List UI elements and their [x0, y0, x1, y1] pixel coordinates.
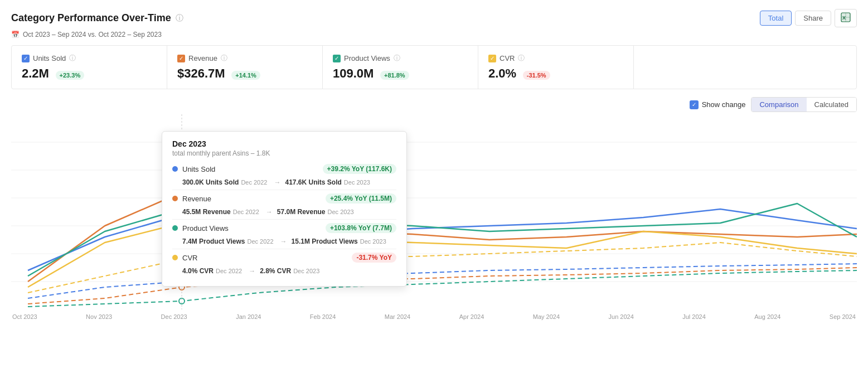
tooltip-arrow-units: → — [274, 178, 280, 186]
tooltip-row-cvr: CVR -31.7% YoY — [172, 253, 396, 263]
chart-controls: ✓ Show change Comparison Calculated — [11, 97, 857, 112]
tooltip-period-new-cvr: Dec 2023 — [293, 268, 319, 274]
tooltip-old-units: 300.0K Units Sold — [182, 178, 239, 186]
excel-button[interactable]: X — [835, 9, 857, 27]
x-label-jun24: Jun 2024 — [609, 313, 634, 320]
tooltip-new-productviews: 15.1M Product Views — [292, 238, 358, 245]
tooltip-arrow-productviews: → — [280, 238, 287, 245]
svg-text:X: X — [842, 15, 846, 21]
tooltip-new-revenue: 57.0M Revenue — [277, 208, 326, 216]
tooltip-divider-2 — [172, 219, 396, 220]
metrics-row: ✓ Units Sold ⓘ 2.2M +23.3% ✓ Revenue ⓘ $… — [11, 45, 857, 89]
page-title: Category Performance Over-Time — [11, 12, 171, 24]
units-sold-label: Units Sold — [33, 54, 66, 62]
show-change-checkbox[interactable]: ✓ — [690, 100, 699, 109]
tooltip-period-new-revenue: Dec 2023 — [328, 209, 354, 215]
view-tabs: Comparison Calculated — [751, 97, 857, 112]
excel-icon: X — [841, 12, 851, 22]
tooltip-metric-cvr: CVR — [182, 254, 249, 262]
tooltip-metric-revenue: Revenue — [182, 195, 249, 203]
units-sold-value: 2.2M — [22, 66, 49, 80]
x-label-jan24: Jan 2024 — [236, 313, 261, 320]
show-change-label: Show change — [702, 100, 746, 109]
tooltip-subtitle: total monthly parent Asins – 1.8K — [172, 149, 396, 157]
cvr-value: 2.0% — [488, 66, 516, 80]
tooltip-metric-productviews: Product Views — [182, 224, 249, 233]
tooltip-dot-cvr — [172, 255, 178, 260]
calendar-icon: 📅 — [11, 31, 20, 38]
metric-card-cvr: ✓ CVR ⓘ 2.0% -31.5% — [478, 46, 634, 89]
tooltip-divider-3 — [172, 249, 396, 249]
info-icon[interactable]: ⓘ — [176, 13, 183, 23]
metric-card-product-views: ✓ Product Views ⓘ 109.0M +81.8% — [323, 46, 478, 89]
revenue-label: Revenue — [188, 54, 217, 62]
x-label-may24: May 2024 — [533, 313, 560, 320]
cvr-badge: -31.5% — [523, 71, 550, 80]
tooltip-title: Dec 2023 — [172, 139, 396, 148]
tooltip-new-cvr: 2.8% CVR — [260, 267, 291, 275]
tooltip-change-cvr: -31.7% YoY — [352, 253, 396, 263]
tooltip-dot-units — [172, 166, 178, 172]
product-views-badge: +81.8% — [380, 71, 409, 80]
share-button[interactable]: Share — [795, 11, 831, 26]
tooltip-period-new-productviews: Dec 2023 — [360, 238, 386, 245]
tooltip-divider-1 — [172, 190, 396, 190]
metric-header-units-sold: ✓ Units Sold ⓘ — [22, 54, 157, 63]
x-label-feb24: Feb 2024 — [310, 313, 336, 320]
page-container: Category Performance Over-Time ⓘ Total S… — [0, 0, 868, 368]
product-views-value: 109.0M — [333, 66, 374, 80]
tooltip-period-old-productviews: Dec 2022 — [247, 238, 273, 245]
cvr-info[interactable]: ⓘ — [518, 54, 525, 63]
product-views-label: Product Views — [344, 54, 390, 62]
product-views-info[interactable]: ⓘ — [394, 54, 400, 63]
metric-card-units-sold: ✓ Units Sold ⓘ 2.2M +23.3% — [12, 46, 167, 89]
revenue-checkbox[interactable]: ✓ — [177, 55, 185, 62]
tab-comparison[interactable]: Comparison — [751, 98, 806, 112]
tooltip-row-revenue: Revenue +25.4% YoY (11.5M) — [172, 193, 396, 204]
tooltip-metric-units: Units Sold — [182, 165, 249, 173]
units-sold-info[interactable]: ⓘ — [69, 54, 76, 63]
total-button[interactable]: Total — [760, 11, 792, 26]
x-label-dec23: Dec 2023 — [161, 313, 187, 320]
revenue-badge: +14.1% — [231, 71, 260, 80]
tooltip-period-old-cvr: Dec 2022 — [216, 268, 242, 274]
metric-spacer — [634, 46, 856, 89]
chart-area: Dec 2023 total monthly parent Asins – 1.… — [11, 114, 857, 332]
tooltip-comparison-productviews: 7.4M Product Views Dec 2022 → 15.1M Prod… — [182, 238, 396, 245]
show-change-group: ✓ Show change — [690, 100, 746, 109]
header-actions: Total Share X — [760, 9, 857, 27]
tooltip-comparison-revenue: 45.5M Revenue Dec 2022 → 57.0M Revenue D… — [182, 208, 396, 216]
cvr-checkbox[interactable]: ✓ — [488, 55, 496, 62]
revenue-info[interactable]: ⓘ — [221, 54, 227, 63]
x-label-apr24: Apr 2024 — [459, 313, 484, 320]
x-label-aug24: Aug 2024 — [754, 313, 780, 320]
date-range-text: Oct 2023 – Sep 2024 vs. Oct 2022 – Sep 2… — [23, 31, 162, 38]
tooltip-change-units: +39.2% YoY (117.6K) — [323, 164, 396, 174]
x-label-oct23: Oct 2023 — [12, 313, 37, 320]
tab-calculated[interactable]: Calculated — [807, 98, 856, 112]
x-label-jul24: Jul 2024 — [682, 313, 706, 320]
revenue-value: $326.7M — [177, 66, 225, 80]
revenue-value-row: $326.7M +14.1% — [177, 66, 312, 81]
product-views-value-row: 109.0M +81.8% — [333, 66, 468, 81]
x-label-sep24: Sep 2024 — [830, 313, 856, 320]
header-row: Category Performance Over-Time ⓘ Total S… — [11, 9, 857, 27]
tooltip-dot-revenue — [172, 196, 178, 201]
tooltip-new-units: 417.6K Units Sold — [285, 178, 341, 186]
tooltip-row-units: Units Sold +39.2% YoY (117.6K) — [172, 164, 396, 174]
x-axis: Oct 2023 Nov 2023 Dec 2023 Jan 2024 Feb … — [11, 311, 857, 320]
tooltip: Dec 2023 total monthly parent Asins – 1.… — [162, 131, 407, 287]
tooltip-row-productviews: Product Views +103.8% YoY (7.7M) — [172, 223, 396, 233]
metric-header-revenue: ✓ Revenue ⓘ — [177, 54, 312, 63]
cvr-value-row: 2.0% -31.5% — [488, 66, 623, 81]
date-range: 📅 Oct 2023 – Sep 2024 vs. Oct 2022 – Sep… — [11, 31, 857, 38]
tooltip-comparison-cvr: 4.0% CVR Dec 2022 → 2.8% CVR Dec 2023 — [182, 267, 396, 275]
units-sold-value-row: 2.2M +23.3% — [22, 66, 157, 81]
tooltip-arrow-revenue: → — [266, 208, 273, 216]
product-views-checkbox[interactable]: ✓ — [333, 55, 341, 62]
cvr-label: CVR — [500, 54, 515, 62]
units-sold-checkbox[interactable]: ✓ — [22, 55, 30, 62]
units-sold-badge: +23.3% — [56, 71, 85, 80]
metric-card-revenue: ✓ Revenue ⓘ $326.7M +14.1% — [167, 46, 323, 89]
tooltip-old-revenue: 45.5M Revenue — [182, 208, 231, 216]
